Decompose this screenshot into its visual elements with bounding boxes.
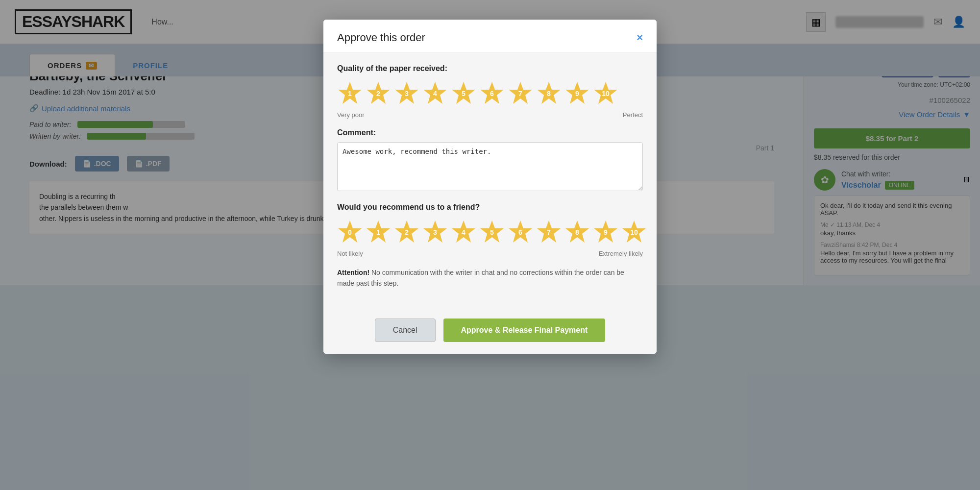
recommend-star-5[interactable]: 5 (479, 220, 505, 245)
comment-textarea[interactable] (337, 142, 643, 191)
recommend-star-0[interactable]: 0 (337, 220, 363, 245)
quality-star-8[interactable]: 8 (536, 81, 562, 106)
quality-scale: Very poor Perfect (337, 111, 643, 119)
svg-marker-20 (622, 220, 646, 243)
quality-star-1[interactable]: 1 (337, 81, 363, 106)
quality-star-5[interactable]: 5 (451, 81, 476, 106)
svg-marker-19 (594, 220, 617, 243)
quality-stars: 1 2 3 4 5 (337, 81, 643, 106)
recommend-star-2[interactable]: 2 (394, 220, 419, 245)
recommend-star-4[interactable]: 4 (451, 220, 476, 245)
svg-marker-6 (509, 82, 532, 104)
recommend-star-6[interactable]: 6 (508, 220, 533, 245)
recommend-star-3[interactable]: 3 (422, 220, 448, 245)
modal-title: Approve this order (337, 31, 425, 44)
svg-marker-16 (509, 220, 532, 243)
quality-star-3[interactable]: 3 (394, 81, 419, 106)
modal-overlay: Approve this order × Quality of the pape… (0, 0, 980, 490)
attention-text: Attention! No communication with the wri… (337, 267, 643, 289)
quality-label: Quality of the paper received: (337, 64, 643, 73)
recommend-stars: 0 1 2 3 4 (337, 220, 643, 245)
recommend-label: Would you recommend us to a friend? (337, 203, 643, 212)
svg-marker-18 (565, 220, 589, 243)
svg-marker-13 (423, 220, 447, 243)
svg-marker-11 (367, 220, 390, 243)
modal-header: Approve this order × (323, 20, 657, 52)
modal-footer: Cancel Approve & Release Final Payment (323, 311, 657, 354)
svg-marker-15 (480, 220, 504, 243)
recommend-star-10[interactable]: 10 (621, 220, 647, 245)
approve-modal: Approve this order × Quality of the pape… (323, 20, 657, 354)
svg-marker-1 (367, 82, 390, 104)
svg-marker-2 (395, 82, 418, 104)
quality-star-4[interactable]: 4 (422, 81, 448, 106)
approve-release-button[interactable]: Approve & Release Final Payment (443, 318, 606, 342)
quality-star-2[interactable]: 2 (366, 81, 391, 106)
quality-star-6[interactable]: 6 (479, 81, 505, 106)
quality-star-10[interactable]: 10 (593, 81, 618, 106)
recommend-scale: Not likely Extremely likely (337, 250, 643, 257)
recommend-star-8[interactable]: 8 (564, 220, 590, 245)
svg-marker-7 (537, 82, 561, 104)
quality-star-9[interactable]: 9 (564, 81, 590, 106)
cancel-button[interactable]: Cancel (375, 318, 436, 342)
svg-marker-4 (452, 82, 475, 104)
modal-close-button[interactable]: × (637, 31, 643, 44)
svg-marker-17 (537, 220, 561, 243)
recommend-star-9[interactable]: 9 (593, 220, 618, 245)
svg-marker-9 (594, 82, 617, 104)
svg-marker-12 (395, 220, 418, 243)
svg-marker-0 (338, 82, 362, 104)
recommend-star-7[interactable]: 7 (536, 220, 562, 245)
comment-label: Comment: (337, 128, 643, 137)
svg-marker-5 (480, 82, 504, 104)
quality-star-7[interactable]: 7 (508, 81, 533, 106)
svg-marker-14 (452, 220, 475, 243)
modal-body: Quality of the paper received: 1 2 3 (323, 52, 657, 311)
svg-marker-10 (338, 220, 362, 243)
svg-marker-8 (565, 82, 589, 104)
svg-marker-3 (423, 82, 447, 104)
recommend-star-1[interactable]: 1 (366, 220, 391, 245)
